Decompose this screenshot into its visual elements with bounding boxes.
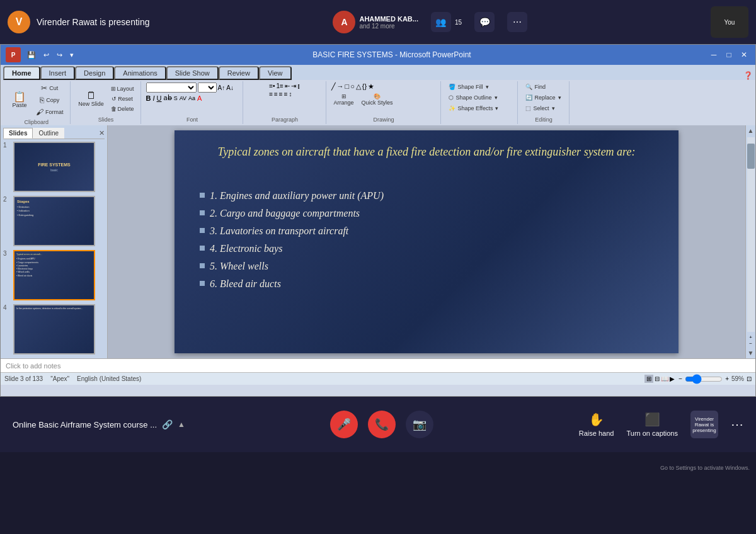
customize-button[interactable]: ▾	[67, 50, 76, 60]
tab-outline[interactable]: Outline	[33, 128, 64, 139]
tab-insert[interactable]: Insert	[40, 66, 76, 80]
increase-indent-button[interactable]: ⇥	[291, 82, 296, 89]
line-spacing-button[interactable]: ↕	[289, 91, 292, 98]
slide-thumb-4[interactable]: 4 In fire protection systems, detection …	[3, 304, 105, 355]
undo-button[interactable]: ↩	[41, 50, 52, 60]
slide-sorter-button[interactable]: ⊟	[655, 375, 660, 383]
columns-button[interactable]: ⫿	[297, 82, 301, 89]
slide-thumb-2[interactable]: 2 Stages • Detection • Indication • Exti…	[3, 196, 105, 246]
arrange-button[interactable]: ⊞ Arrange	[331, 92, 357, 107]
participant-sub: and 12 more	[359, 23, 418, 30]
minimize-button[interactable]: ─	[707, 48, 720, 61]
scroll-thumb[interactable]	[747, 144, 755, 169]
chevron-up-icon[interactable]: ▲	[178, 420, 185, 429]
justify-button[interactable]: ≡	[284, 91, 288, 98]
align-left-button[interactable]: ≡	[269, 91, 273, 98]
tab-design[interactable]: Design	[75, 66, 114, 80]
bullet-item-1: 1. Engines and auxiliary power unit (APU…	[200, 190, 666, 202]
mute-button[interactable]: 🎤	[330, 411, 358, 438]
paste-button[interactable]: 📋 Paste	[7, 91, 32, 110]
format-painter-button[interactable]: 🖌Format	[33, 106, 66, 118]
captions-button[interactable]: ⬛ Turn on captions	[626, 412, 678, 437]
slide-thumb-1[interactable]: 1 FIRE SYSTEMS basic	[3, 142, 105, 192]
decrease-indent-button[interactable]: ⇤	[285, 82, 290, 89]
zoom-in-icon[interactable]: +	[749, 334, 752, 340]
tab-slideshow[interactable]: Slide Show	[166, 66, 219, 80]
new-slide-button[interactable]: 🗒 New Slide	[76, 89, 107, 108]
cut-button[interactable]: ✂Cut	[33, 82, 66, 94]
chat-button[interactable]: 💬	[474, 12, 495, 32]
shape-effects-button[interactable]: ✨Shape Effects▾	[446, 104, 513, 113]
more-options-button[interactable]: ⋯	[507, 12, 527, 32]
layout-button[interactable]: ⊞Layout	[108, 84, 137, 93]
find-button[interactable]: 🔍Find	[523, 82, 565, 91]
shape-rect[interactable]: □	[345, 82, 350, 91]
maximize-button[interactable]: □	[723, 48, 735, 61]
underline-button[interactable]: U	[157, 94, 162, 102]
scroll-down-arrow[interactable]: ▼	[746, 348, 756, 358]
align-center-button[interactable]: ≡	[274, 91, 278, 98]
slideshow-button[interactable]: ▶	[670, 375, 675, 383]
font-color-button[interactable]: A	[197, 94, 202, 102]
close-button[interactable]: ✕	[738, 48, 750, 61]
slide-canvas[interactable]: Typical zones on aircraft that have a fi…	[175, 130, 679, 353]
bold-button[interactable]: B	[146, 94, 151, 102]
zoom-in-button[interactable]: +	[725, 375, 729, 382]
notes-bar[interactable]: Click to add notes	[1, 358, 755, 372]
shape-outline-button[interactable]: ⬡Shape Outline▾	[446, 93, 513, 102]
fit-window-button[interactable]: ⊡	[747, 375, 752, 382]
redo-button[interactable]: ↪	[54, 50, 65, 60]
tab-view[interactable]: View	[259, 66, 292, 80]
zoom-out-icon[interactable]: −	[749, 341, 752, 346]
slide-thumb-img-4[interactable]: In fire protection systems, detection is…	[13, 304, 95, 355]
tab-review[interactable]: Review	[219, 66, 259, 80]
shape-bracket[interactable]: {}	[362, 82, 367, 91]
slide-thumb-img-1[interactable]: FIRE SYSTEMS basic	[13, 142, 95, 192]
reset-button[interactable]: ↺Reset	[108, 94, 137, 103]
char-spacing-button[interactable]: AV	[180, 95, 186, 101]
raise-hand-button[interactable]: ✋ Raise hand	[579, 412, 614, 437]
case-button[interactable]: Aa	[188, 95, 195, 101]
zoom-range-input[interactable]	[685, 377, 723, 382]
bullets-button[interactable]: ≡•	[269, 82, 275, 89]
italic-button[interactable]: I	[153, 94, 155, 102]
zoom-out-button[interactable]: −	[679, 375, 682, 382]
save-button[interactable]: 💾	[25, 50, 38, 60]
strikethrough-button[interactable]: ab̶	[164, 94, 172, 102]
shape-fill-button[interactable]: 🪣Shape Fill▾	[446, 82, 513, 91]
shape-star[interactable]: ★	[368, 82, 374, 91]
end-call-button[interactable]: 📞	[368, 411, 396, 438]
shape-arrow[interactable]: →	[337, 82, 344, 91]
increase-font-button[interactable]: A↑	[218, 84, 226, 91]
help-icon[interactable]: ❓	[743, 71, 753, 80]
font-family-select[interactable]	[146, 82, 197, 93]
slide-thumb-img-3[interactable]: Typical zones on aircraft... ▪ Engines a…	[13, 250, 95, 300]
more-button[interactable]: ⋯	[731, 417, 743, 432]
slide-thumb-3[interactable]: 3 Typical zones on aircraft... ▪ Engines…	[3, 250, 105, 300]
panel-close-button[interactable]: ✕	[99, 129, 105, 137]
copy-button[interactable]: ⎘Copy	[33, 94, 66, 106]
font-size-select[interactable]	[198, 82, 217, 93]
delete-button[interactable]: 🗑Delete	[108, 105, 137, 113]
video-button[interactable]: 📷	[406, 411, 433, 438]
slide-thumb-img-2[interactable]: Stages • Detection • Indication • Exting…	[13, 196, 95, 246]
quick-styles-button[interactable]: 🎨 Quick Styles	[359, 92, 396, 107]
shape-triangle[interactable]: △	[356, 82, 361, 91]
vertical-scrollbar[interactable]: ▲ + − ▼	[745, 125, 755, 358]
decrease-font-button[interactable]: A↓	[226, 84, 234, 91]
shape-line[interactable]: ╱	[331, 82, 336, 91]
scroll-track[interactable]	[747, 137, 755, 332]
participants-button[interactable]: 👥 15	[431, 12, 462, 32]
normal-view-button[interactable]: ⊞	[644, 375, 653, 383]
tab-slides[interactable]: Slides	[3, 128, 33, 139]
shadow-button[interactable]: S	[174, 95, 178, 101]
replace-button[interactable]: 🔄Replace▾	[523, 93, 565, 102]
align-right-button[interactable]: ≡	[279, 91, 283, 98]
reading-view-button[interactable]: 📖	[661, 375, 668, 383]
tab-home[interactable]: Home	[3, 66, 40, 80]
select-button[interactable]: ⬚Select▾	[523, 104, 565, 113]
scroll-up-arrow[interactable]: ▲	[746, 125, 756, 136]
numbering-button[interactable]: 1≡	[277, 82, 284, 89]
tab-animations[interactable]: Animations	[114, 66, 166, 80]
shape-oval[interactable]: ○	[350, 82, 355, 91]
